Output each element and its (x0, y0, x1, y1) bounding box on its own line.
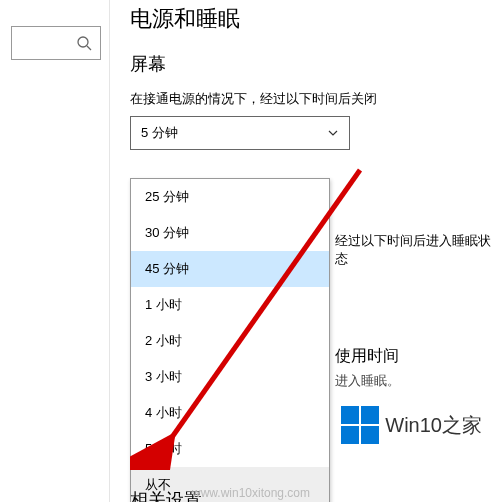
sleep-label-partial: 经过以下时间后进入睡眠状态 (335, 232, 502, 268)
svg-line-1 (87, 46, 91, 50)
logo-text: Win10之家 (385, 412, 482, 439)
search-input[interactable] (11, 26, 101, 60)
dropdown-option[interactable]: 4 小时 (131, 395, 329, 431)
dropdown-option[interactable]: 1 小时 (131, 287, 329, 323)
usage-time-text: 进入睡眠。 (335, 372, 400, 390)
windows-icon (341, 406, 379, 444)
dropdown-list: 25 分钟30 分钟45 分钟1 小时2 小时3 小时4 小时5 小时从不 (130, 178, 330, 502)
svg-point-0 (78, 37, 88, 47)
search-icon (76, 35, 92, 51)
dropdown-option[interactable]: 2 小时 (131, 323, 329, 359)
dropdown-option[interactable]: 3 小时 (131, 359, 329, 395)
dropdown-option[interactable]: 5 小时 (131, 431, 329, 467)
dropdown-option[interactable]: 25 分钟 (131, 179, 329, 215)
screen-off-value: 5 分钟 (141, 124, 178, 142)
chevron-down-icon (327, 127, 339, 139)
screen-off-select[interactable]: 5 分钟 (130, 116, 350, 150)
win10-logo: Win10之家 (341, 406, 482, 444)
usage-time-heading: 使用时间 (335, 346, 399, 367)
page-title: 电源和睡眠 (130, 4, 502, 34)
dropdown-option[interactable]: 45 分钟 (131, 251, 329, 287)
screen-off-label: 在接通电源的情况下，经过以下时间后关闭 (130, 90, 502, 108)
dropdown-option[interactable]: 30 分钟 (131, 215, 329, 251)
watermark: www.win10xitong.com (0, 486, 502, 500)
section-screen-heading: 屏幕 (130, 52, 502, 76)
